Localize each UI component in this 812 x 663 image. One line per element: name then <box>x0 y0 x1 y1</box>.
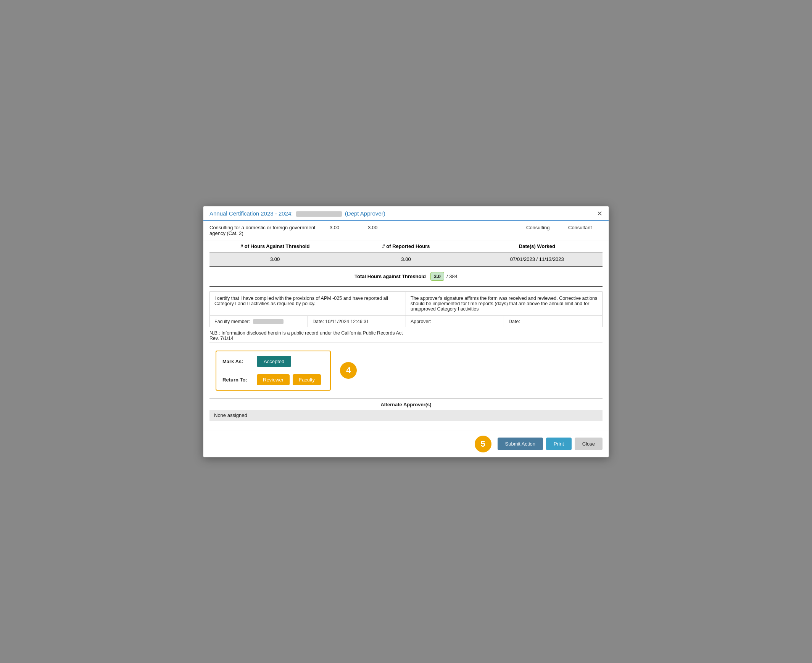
note-line2: Rev. 7/1/14 <box>209 336 603 341</box>
action-section: Mark As: Accepted Return To: Reviewer Fa… <box>215 351 331 391</box>
hours-threshold-val: 3.00 <box>209 256 340 262</box>
step-5-badge: 5 <box>475 436 492 453</box>
reviewer-button[interactable]: Reviewer <box>257 374 290 385</box>
return-to-row: Return To: Reviewer Faculty <box>222 374 324 385</box>
mark-as-row: Mark As: Accepted <box>222 356 324 367</box>
approver-label: Approver: <box>406 316 504 327</box>
print-button[interactable]: Print <box>546 438 572 450</box>
faculty-button[interactable]: Faculty <box>293 374 321 385</box>
modal-window: Annual Certification 2023 - 2024: (Dept … <box>203 206 609 458</box>
hours-table-header: # of Hours Against Threshold # of Report… <box>209 240 603 252</box>
total-badge: 3.0 <box>430 272 444 281</box>
signature-section: I certify that I have complied with the … <box>209 291 603 327</box>
title-prefix: Annual Certification 2023 - 2024: <box>209 210 293 217</box>
divider-notes <box>209 343 603 343</box>
mark-as-label: Mark As: <box>222 359 257 364</box>
modal-header: Annual Certification 2023 - 2024: (Dept … <box>203 206 609 221</box>
close-button[interactable]: Close <box>575 438 603 450</box>
hours-section: # of Hours Against Threshold # of Report… <box>209 240 603 266</box>
step-4-badge: 4 <box>340 362 357 379</box>
hours-val1: 3.00 <box>330 225 360 230</box>
notes-section: N.B.: Information disclosed herein is a … <box>203 327 609 343</box>
total-label: Total Hours against Threshold <box>354 273 426 279</box>
alternate-approver-section: Alternate Approver(s) None assigned <box>203 399 609 423</box>
close-icon[interactable]: ✕ <box>597 210 603 217</box>
title-blurred-name <box>296 211 342 217</box>
modal-footer: 5 Submit Action Print Close <box>203 431 609 457</box>
sig-top: I certify that I have complied with the … <box>210 292 602 316</box>
col-header-reported: # of Reported Hours <box>340 243 471 249</box>
col-header-dates: Date(s) Worked <box>472 243 603 249</box>
modal-body: Consulting for a domestic or foreign gov… <box>203 221 609 431</box>
sig-bottom: Faculty member: Date: 10/11/2024 12:46:3… <box>210 316 602 327</box>
approver-date-label: Date: <box>504 316 602 327</box>
total-of: / 384 <box>446 273 458 279</box>
alt-approver-title: Alternate Approver(s) <box>209 402 603 408</box>
faculty-label: Faculty member: <box>210 316 308 327</box>
action-wrapper: Mark As: Accepted Return To: Reviewer Fa… <box>209 347 603 395</box>
date-label: Date: 10/11/2024 12:46:31 <box>308 316 406 327</box>
cert-text: I certify that I have complied with the … <box>210 292 406 315</box>
hours-val2: 3.00 <box>368 225 398 230</box>
faculty-name-blurred <box>253 319 283 324</box>
note-line1: N.B.: Information disclosed herein is a … <box>209 330 603 336</box>
col-header-threshold: # of Hours Against Threshold <box>209 243 340 249</box>
accepted-button[interactable]: Accepted <box>257 356 291 367</box>
hours-reported-val: 3.00 <box>340 256 471 262</box>
submit-action-button[interactable]: Submit Action <box>498 438 543 450</box>
modal-title: Annual Certification 2023 - 2024: (Dept … <box>209 210 385 217</box>
activity-description: Consulting for a domestic or foreign gov… <box>209 225 322 236</box>
alt-approver-value: None assigned <box>209 410 603 421</box>
total-section: Total Hours against Threshold 3.0 / 384 <box>209 267 603 287</box>
return-to-label: Return To: <box>222 377 257 383</box>
hours-data-row: 3.00 3.00 07/01/2023 / 11/13/2023 <box>209 252 603 266</box>
title-suffix: (Dept Approver) <box>345 210 385 217</box>
approver-text: The approver's signature affirms the for… <box>406 292 602 315</box>
top-data-row: Consulting for a domestic or foreign gov… <box>203 221 609 240</box>
dates-worked-val: 07/01/2023 / 11/13/2023 <box>472 256 603 262</box>
role-val: Consultant <box>568 225 603 230</box>
category-val: Consulting <box>526 225 561 230</box>
